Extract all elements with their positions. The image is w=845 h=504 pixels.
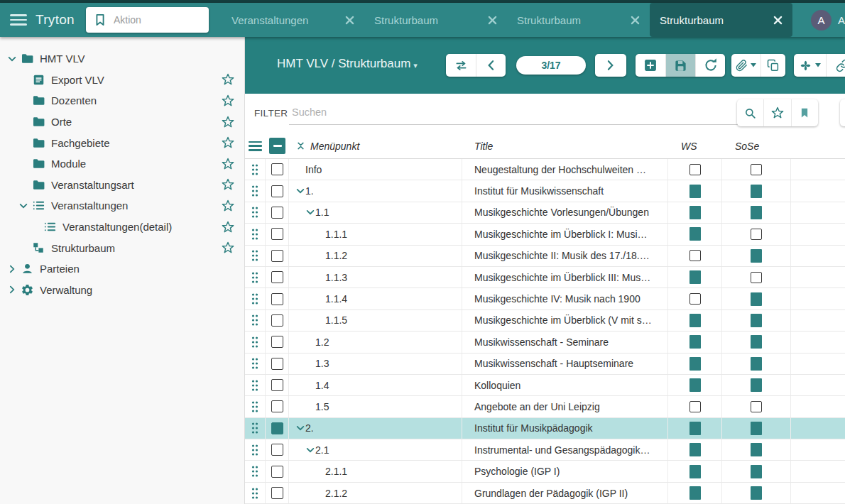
- drag-handle-icon[interactable]: [251, 185, 259, 197]
- row-select-checkbox[interactable]: [271, 163, 283, 175]
- sidebar-item-veranstaltungen[interactable]: Veranstaltungen: [0, 195, 244, 217]
- title-cell[interactable]: Musikgeschichte im Überblick (V mit s…: [462, 310, 668, 331]
- ws-checkbox[interactable]: [689, 314, 701, 327]
- drag-handle-icon[interactable]: [251, 379, 259, 392]
- sidebar-item-fachgebiete[interactable]: Fachgebiete: [0, 132, 244, 153]
- table-row[interactable]: 1.3Musikwissenschaft - Hauptseminare: [245, 354, 845, 375]
- sidebar-item-hmt-vlv[interactable]: HMT VLV: [0, 48, 244, 70]
- star-icon[interactable]: [221, 115, 235, 129]
- title-cell[interactable]: Musikgeschichte im Überblick I: Musi…: [462, 224, 668, 244]
- ws-checkbox[interactable]: [689, 465, 701, 478]
- reload-button[interactable]: [695, 54, 725, 77]
- row-select-checkbox[interactable]: [271, 400, 283, 412]
- title-cell[interactable]: Musikgeschichte Vorlesungen/Übungen: [462, 202, 668, 223]
- ws-checkbox[interactable]: [689, 250, 701, 261]
- drag-handle-icon[interactable]: [251, 487, 259, 500]
- row-select-checkbox[interactable]: [271, 487, 283, 499]
- next-record-button[interactable]: [595, 54, 625, 77]
- ws-checkbox[interactable]: [689, 486, 701, 500]
- title-cell[interactable]: Musikwissenschaft - Hauptseminare: [462, 354, 668, 374]
- ws-checkbox[interactable]: [689, 164, 701, 175]
- table-row[interactable]: 1.1.3Musikgeschichte im Überblick III: M…: [245, 267, 845, 288]
- row-select-checkbox[interactable]: [271, 314, 283, 327]
- ws-checkbox[interactable]: [689, 357, 701, 371]
- sose-checkbox[interactable]: [751, 314, 762, 327]
- menupunkt-cell[interactable]: 1.1.4: [289, 288, 462, 309]
- drag-handle-icon[interactable]: [251, 400, 259, 413]
- column-header-title[interactable]: Title: [474, 141, 493, 152]
- title-cell[interactable]: Grundlagen der Pädagogik (IGP II): [462, 483, 668, 503]
- sose-checkbox[interactable]: [751, 335, 762, 349]
- sose-checkbox[interactable]: [751, 249, 762, 263]
- drag-handle-icon[interactable]: [251, 228, 259, 241]
- drag-handle-icon[interactable]: [251, 357, 259, 370]
- menupunkt-cell[interactable]: 1.1.1: [289, 224, 462, 244]
- switch-view-button[interactable]: [446, 54, 476, 77]
- sose-checkbox[interactable]: [751, 443, 762, 456]
- table-row[interactable]: 1.5Angebote an der Uni Leipzig: [245, 396, 845, 417]
- sose-checkbox[interactable]: [751, 229, 762, 240]
- ws-checkbox[interactable]: [689, 185, 701, 198]
- column-header-sose[interactable]: SoSe: [735, 141, 759, 152]
- sidebar-item-orte[interactable]: Orte: [0, 111, 244, 133]
- drag-handle-icon[interactable]: [251, 422, 259, 434]
- close-icon[interactable]: [488, 16, 497, 25]
- sose-checkbox[interactable]: [751, 185, 762, 198]
- sidebar-item-module[interactable]: Module: [0, 153, 244, 175]
- menupunkt-cell[interactable]: 2.: [289, 418, 462, 439]
- row-select-checkbox[interactable]: [271, 358, 283, 370]
- row-select-checkbox[interactable]: [271, 228, 283, 240]
- row-select-checkbox[interactable]: [271, 271, 283, 283]
- row-select-checkbox[interactable]: [271, 207, 283, 219]
- drag-handle-icon[interactable]: [251, 292, 259, 305]
- table-row[interactable]: 1.2Musikwissenschaft - Seminare: [245, 332, 845, 353]
- menupunkt-cell[interactable]: 1.1: [289, 202, 462, 223]
- table-row[interactable]: 1.4Kolloquien: [245, 375, 845, 396]
- sose-checkbox[interactable]: [751, 465, 762, 478]
- title-cell[interactable]: Musikgeschichte IV: Musik nach 1900: [462, 288, 668, 309]
- drag-handle-icon[interactable]: [251, 271, 259, 284]
- ws-checkbox[interactable]: [689, 422, 701, 435]
- drag-handle-icon[interactable]: [251, 444, 259, 456]
- relate-link-button[interactable]: [826, 54, 845, 77]
- new-record-button[interactable]: [636, 54, 665, 77]
- table-row[interactable]: 2.1.1Psychologie (IGP I): [245, 461, 845, 482]
- star-icon[interactable]: [221, 136, 235, 150]
- star-icon[interactable]: [221, 94, 235, 108]
- expand-row-icon[interactable]: [295, 423, 305, 433]
- menupunkt-cell[interactable]: 1.1.5: [289, 310, 462, 331]
- star-icon[interactable]: [221, 177, 235, 192]
- drag-handle-icon[interactable]: [251, 206, 259, 219]
- title-cell[interactable]: Psychologie (IGP I): [462, 461, 668, 481]
- ws-checkbox[interactable]: [689, 378, 701, 392]
- table-row[interactable]: 2.1Instrumental- und Gesangspädagogik…: [245, 439, 845, 461]
- table-row[interactable]: 1.1.2Musikgeschichte II: Musik des 17./1…: [245, 246, 845, 267]
- menu-toggle-icon[interactable]: [10, 14, 27, 26]
- previous-record-button[interactable]: [476, 54, 506, 77]
- sidebar-item-dozenten[interactable]: Dozenten: [0, 90, 244, 111]
- search-input[interactable]: [289, 99, 738, 125]
- chevron-right-icon[interactable]: [7, 264, 17, 274]
- chevron-down-icon[interactable]: [7, 54, 17, 64]
- record-counter[interactable]: 3/17: [516, 56, 586, 75]
- table-row[interactable]: 1.Institut für Musikwissenschaft: [245, 180, 845, 202]
- star-icon[interactable]: [221, 220, 235, 234]
- menupunkt-cell[interactable]: 1.: [289, 180, 462, 201]
- chevron-down-icon[interactable]: [18, 201, 28, 211]
- column-header-ws[interactable]: WS: [681, 141, 697, 152]
- table-row[interactable]: 2.Institut für Musikpädagogik: [245, 418, 845, 439]
- sose-checkbox[interactable]: [751, 401, 762, 412]
- title-cell[interactable]: Kolloquien: [462, 375, 668, 395]
- title-cell[interactable]: Institut für Musikwissenschaft: [462, 180, 668, 201]
- title-cell[interactable]: Institut für Musikpädagogik: [462, 418, 668, 439]
- expand-row-icon[interactable]: [305, 207, 315, 217]
- sose-checkbox[interactable]: [751, 486, 762, 500]
- table-row[interactable]: 2.1.2Grundlagen der Pädagogik (IGP II): [245, 483, 845, 504]
- ws-checkbox[interactable]: [689, 335, 701, 349]
- ws-checkbox[interactable]: [689, 227, 701, 241]
- table-row[interactable]: InfoNeugestaltung der Hochschulweiten …: [245, 159, 845, 180]
- menupunkt-cell[interactable]: 2.1: [289, 439, 462, 460]
- table-row[interactable]: 1.1.1Musikgeschichte im Überblick I: Mus…: [245, 224, 845, 245]
- attachment-button[interactable]: [731, 54, 760, 77]
- row-select-checkbox[interactable]: [271, 185, 283, 197]
